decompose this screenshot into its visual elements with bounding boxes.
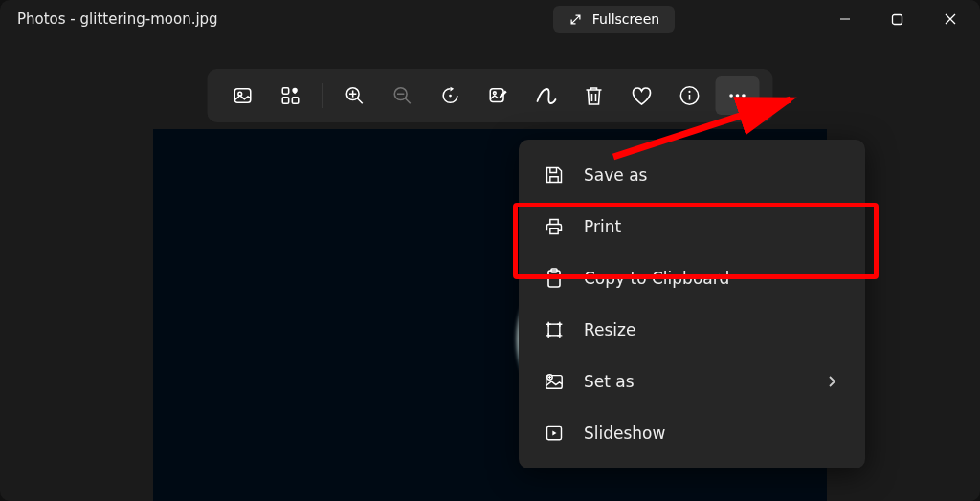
svg-point-8 [449,95,452,98]
menu-clipboard-label: Copy to Clipboard [584,269,840,288]
svg-point-14 [736,94,740,98]
toolbar [208,69,773,122]
clipboard-icon [544,268,565,289]
more-dropdown-menu: Save as Print Copy to Clipboard Resize S… [519,140,865,468]
svg-point-12 [688,91,690,93]
svg-rect-3 [282,88,288,94]
menu-set-as-label: Set as [584,372,808,391]
svg-rect-0 [893,14,902,24]
svg-rect-18 [548,324,560,336]
info-button[interactable] [668,76,712,115]
svg-rect-1 [234,89,251,103]
menu-set-as[interactable]: Set as [519,356,865,407]
edit-button[interactable] [477,76,521,115]
svg-point-13 [729,94,733,98]
rotate-button[interactable] [429,76,473,115]
save-icon [544,164,565,185]
fullscreen-label: Fullscreen [592,11,659,27]
favorite-button[interactable] [620,76,664,115]
zoom-in-button[interactable] [333,76,377,115]
window-controls [818,0,976,38]
menu-resize-label: Resize [584,320,840,339]
resize-icon [544,319,565,340]
set-as-icon [544,371,565,392]
close-button[interactable] [924,0,976,38]
menu-save-as-label: Save as [584,165,840,185]
svg-point-10 [493,92,496,95]
more-button[interactable] [716,76,760,115]
slideshow-icon [544,423,565,444]
menu-slideshow-label: Slideshow [584,424,840,443]
menu-save-as[interactable]: Save as [519,149,865,201]
fullscreen-icon [568,12,583,27]
markup-button[interactable] [524,76,568,115]
minimize-button[interactable] [818,0,871,38]
menu-print-label: Print [584,217,840,236]
menu-slideshow[interactable]: Slideshow [519,407,865,459]
menu-copy-clipboard[interactable]: Copy to Clipboard [519,252,865,304]
delete-button[interactable] [572,76,616,115]
chevron-right-icon [827,375,840,388]
maximize-button[interactable] [871,0,924,38]
svg-rect-4 [282,98,288,103]
fullscreen-button[interactable]: Fullscreen [553,6,675,33]
svg-rect-5 [292,98,298,103]
menu-resize[interactable]: Resize [519,304,865,356]
view-all-button[interactable] [269,76,313,115]
titlebar: Photos - glittering-moon.jpg Fullscreen [0,0,980,38]
print-icon [544,216,565,237]
menu-print[interactable]: Print [519,201,865,252]
zoom-out-button[interactable] [381,76,425,115]
photos-app-window: Photos - glittering-moon.jpg Fullscreen [0,0,980,501]
svg-point-15 [742,94,746,98]
toolbar-separator [323,83,323,108]
window-title: Photos - glittering-moon.jpg [17,11,218,28]
view-photo-button[interactable] [221,76,265,115]
